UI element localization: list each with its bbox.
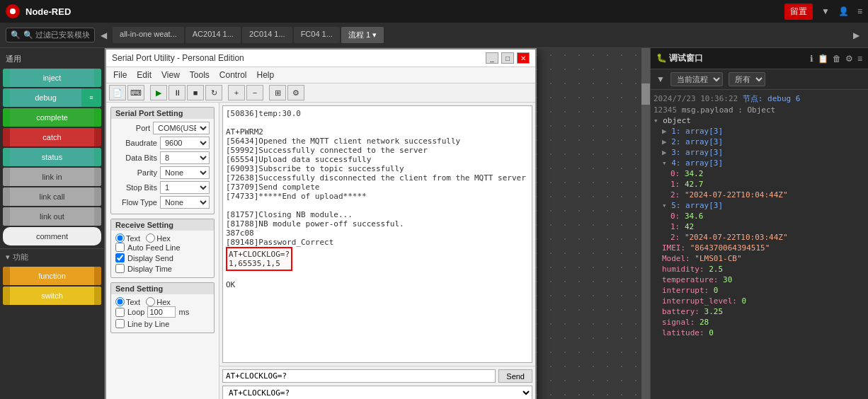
display-time-check[interactable]: Display Time <box>115 264 210 273</box>
baudrate-select[interactable]: 9600 <box>160 137 210 149</box>
stopbits-select[interactable]: 1 <box>160 181 210 194</box>
sidebar-item-status[interactable]: status <box>3 148 101 166</box>
canvas-scroll-thumb[interactable] <box>641 83 650 105</box>
serial-output: [50836]temp:30.0 AT+PWRM2 [56434]Opened … <box>222 105 532 363</box>
toolbar-settings[interactable]: ⚙ <box>287 85 304 100</box>
menu-edit[interactable]: Edit <box>132 69 156 81</box>
cmd-select[interactable]: AT+CLOCKLOG=? <box>222 386 532 399</box>
sidebar-item-inject[interactable]: inject <box>3 69 101 87</box>
linebyline-checkbox[interactable] <box>115 319 125 328</box>
interrupt-field: interrupt: 0 <box>662 285 865 296</box>
deploy-arrow[interactable]: ▼ <box>821 6 830 16</box>
sidebar-item-function[interactable]: function <box>3 267 101 285</box>
all-filter-select[interactable]: 所有 <box>729 72 765 86</box>
humidity-field: humidity: 2.5 <box>662 264 865 274</box>
array1-expander[interactable]: ▶ <box>662 127 667 136</box>
loop-input[interactable] <box>147 306 176 318</box>
comment-label: comment <box>3 231 101 242</box>
debug-msg-label: msg.payload : Object <box>682 105 775 115</box>
interrupt-level-field: interrupt_level: 0 <box>662 296 865 306</box>
maximize-btn[interactable]: □ <box>501 52 514 64</box>
clear-icon[interactable]: 🗑 <box>833 54 841 64</box>
sidebar-item-comment[interactable]: comment <box>3 227 101 245</box>
toolbar-open[interactable]: ⌨ <box>127 85 144 100</box>
module-search[interactable]: 🔍 🔍 过滤已安装模块 <box>6 28 95 42</box>
tab-4[interactable]: 流程 1 ▾ <box>341 27 384 43</box>
toolbar-minus[interactable]: − <box>246 85 263 100</box>
tab-2[interactable]: 2C014 1... <box>242 27 292 43</box>
sidebar-item-linkcall[interactable]: link call <box>3 187 101 206</box>
search-label: 🔍 过滤已安装模块 <box>23 30 90 40</box>
toolbar-stop[interactable]: ■ <box>187 85 204 100</box>
more-icon[interactable]: ≡ <box>857 54 862 64</box>
loop-checkbox[interactable] <box>115 308 125 317</box>
sidebar: 通用 inject debug ≡ complete catch <box>0 48 105 399</box>
send-input[interactable] <box>222 369 496 383</box>
deploy-btn[interactable]: 留置 <box>784 4 813 20</box>
parity-label: Parity <box>115 168 160 177</box>
object-expander[interactable]: ▾ <box>653 116 658 125</box>
array5-label: 5: array[3] <box>671 201 723 210</box>
display-time-checkbox[interactable] <box>115 264 125 273</box>
menu-control[interactable]: Control <box>215 69 251 81</box>
loop-check[interactable]: Loop ms <box>115 306 210 318</box>
sidebar-item-switch[interactable]: switch <box>3 287 101 305</box>
display-send-check[interactable]: Display Send <box>115 253 210 262</box>
tab-arrow-left[interactable]: ◀ <box>98 30 110 40</box>
minimize-btn[interactable]: _ <box>486 52 498 64</box>
send-hex-radio[interactable]: Hex <box>146 297 171 306</box>
menu-tools[interactable]: Tools <box>185 69 214 81</box>
canvas-scroll[interactable] <box>641 48 650 399</box>
page-icon[interactable]: 📋 <box>818 54 828 64</box>
info-icon[interactable]: ℹ <box>810 54 813 64</box>
receive-text-radio[interactable]: Text <box>115 233 140 243</box>
toolbar-pause[interactable]: ⏸ <box>169 85 185 100</box>
menu-help[interactable]: Help <box>253 69 279 81</box>
sidebar-item-linkout[interactable]: link out <box>3 207 101 226</box>
flowtype-select[interactable]: None <box>160 196 210 209</box>
canvas[interactable]: Serial Port Utility - Personal Edition _… <box>105 48 650 399</box>
toolbar-refresh[interactable]: ↻ <box>205 85 222 100</box>
user-icon[interactable]: 👤 <box>838 6 849 16</box>
send-text-radio[interactable]: Text <box>115 297 140 306</box>
port-label: Port <box>115 124 153 132</box>
tab-0[interactable]: all-in-one weat... <box>113 27 184 43</box>
sidebar-item-catch[interactable]: catch <box>3 128 101 146</box>
sidebar-item-debug[interactable]: debug ≡ <box>3 88 101 107</box>
toolbar-new[interactable]: 📄 <box>109 85 126 100</box>
sidebar-item-complete[interactable]: complete <box>3 108 101 127</box>
menu-view[interactable]: View <box>157 69 184 81</box>
databits-select[interactable]: 8 <box>160 151 210 164</box>
debug-header: 🐛 调试窗口 ℹ 📋 🗑 ⚙ ≡ <box>651 48 868 69</box>
port-select[interactable]: COM6(USE... <box>153 122 210 134</box>
array3-expander[interactable]: ▶ <box>662 148 667 157</box>
array2-expander[interactable]: ▶ <box>662 137 667 146</box>
tab-3[interactable]: FC04 1... <box>294 27 340 43</box>
array4-expander[interactable]: ▾ <box>662 158 667 168</box>
flow-filter-select[interactable]: 当前流程 <box>670 72 723 86</box>
auto-feed-line-check[interactable]: Auto Feed Line <box>115 243 210 252</box>
toolbar-add[interactable]: + <box>228 85 245 100</box>
settings-icon[interactable]: ⚙ <box>845 54 853 64</box>
send-button[interactable]: Send <box>498 369 532 383</box>
toolbar-play[interactable]: ▶ <box>150 85 167 100</box>
debug-msg-count: 12345 <box>653 105 677 115</box>
tab-arrow-right[interactable]: ▶ <box>850 30 862 40</box>
serial-menubar: File Edit View Tools Control Help <box>106 67 535 83</box>
array5-expander[interactable]: ▾ <box>662 201 667 210</box>
menu-file[interactable]: File <box>109 69 131 81</box>
sidebar-item-linkin[interactable]: link in <box>3 168 101 186</box>
node-red-logo <box>6 4 20 18</box>
auto-feed-checkbox[interactable] <box>115 243 125 252</box>
menu-icon[interactable]: ≡ <box>857 6 862 16</box>
receive-hex-radio[interactable]: Hex <box>146 233 171 243</box>
display-send-checkbox[interactable] <box>115 253 125 262</box>
debug-label: debug <box>10 92 81 103</box>
loop-label: Loop <box>127 308 144 316</box>
parity-select[interactable]: None <box>160 166 210 179</box>
toolbar-window[interactable]: ⊞ <box>269 85 286 100</box>
close-btn[interactable]: ✕ <box>517 52 530 64</box>
func-section[interactable]: ▾ 功能 <box>0 248 104 265</box>
tab-1[interactable]: AC2014 1... <box>185 27 241 43</box>
line-by-line-check[interactable]: Line by Line <box>115 319 210 328</box>
